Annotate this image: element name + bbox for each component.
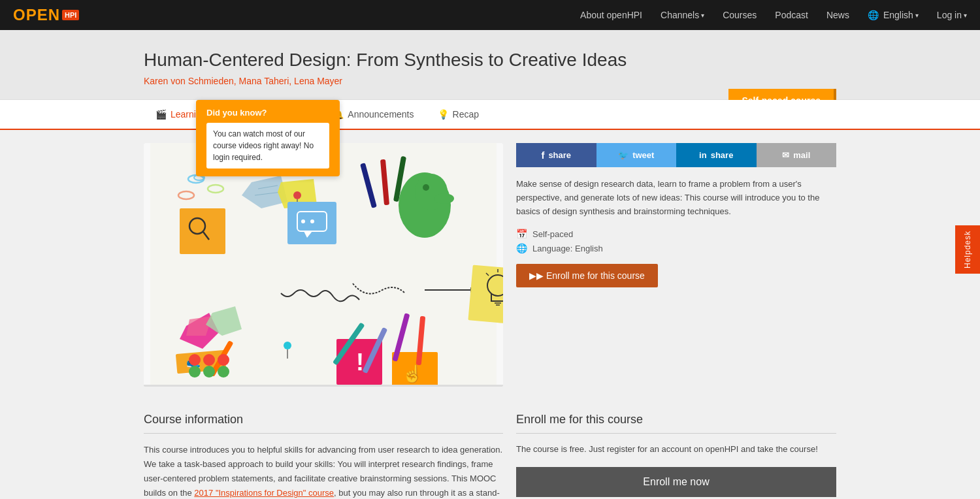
enroll-description: The course is free. Just register for an…: [516, 443, 836, 457]
share-mail-button[interactable]: ✉ mail: [757, 143, 837, 167]
nav-menu: About openHPI Channels ▾ Courses Podcast…: [580, 10, 967, 20]
brand-hpi-text: HPI: [62, 10, 79, 20]
self-paced-meta: 📅 Self-paced: [516, 229, 836, 239]
nav-podcast[interactable]: Podcast: [775, 10, 808, 20]
helpdesk-tab[interactable]: Helpdesk: [955, 225, 980, 274]
svg-point-43: [218, 366, 229, 378]
linkedin-icon: in: [699, 150, 707, 160]
tooltip-body: You can watch most of our course videos …: [206, 123, 329, 169]
nav-channels[interactable]: Channels ▾: [661, 10, 704, 20]
facebook-icon: f: [541, 150, 544, 161]
svg-point-22: [434, 193, 454, 204]
svg-point-12: [293, 191, 301, 199]
svg-text:☝: ☝: [402, 363, 423, 384]
brand-open-text: OPEN: [13, 6, 60, 24]
nav-courses[interactable]: Courses: [723, 10, 757, 20]
share-twitter-button[interactable]: 🐦 tweet: [596, 143, 677, 167]
svg-point-41: [189, 366, 201, 378]
globe-icon: 🌐: [868, 10, 879, 20]
nav-language[interactable]: 🌐 English ▾: [868, 10, 919, 20]
course-image: 👟: [144, 143, 503, 387]
recap-icon: 💡: [438, 109, 449, 120]
course-meta: 📅 Self-paced 🌐 Language: English: [516, 229, 836, 253]
twitter-icon: 🐦: [618, 150, 629, 160]
share-facebook-button[interactable]: f share: [516, 143, 596, 167]
header-area: Human-Centered Design: From Synthesis to…: [0, 30, 980, 100]
main-content: 👟: [0, 130, 980, 499]
enroll-section: Enroll me for this course The course is …: [516, 413, 836, 499]
bottom-section: Course information This course introduce…: [144, 413, 836, 499]
course-info-section: Course information This course introduce…: [144, 413, 503, 499]
language-dropdown-arrow: ▾: [915, 12, 919, 19]
nav-news[interactable]: News: [826, 10, 849, 20]
share-buttons: f share 🐦 tweet in share ✉ mail: [516, 143, 836, 167]
svg-point-21: [423, 184, 429, 191]
svg-point-17: [301, 219, 305, 223]
brand[interactable]: OPEN HPI: [13, 6, 79, 24]
svg-point-44: [189, 354, 201, 366]
course-info-text: This course introduces you to helpful sk…: [144, 443, 503, 499]
inspirations-link[interactable]: 2017 "Inspirations for Design" course: [194, 488, 334, 498]
language-meta: 🌐 Language: English: [516, 243, 836, 253]
enroll-now-button[interactable]: Enroll me now: [516, 467, 836, 497]
channels-dropdown-arrow: ▾: [701, 12, 704, 19]
helpdesk-wrapper[interactable]: Helpdesk: [955, 225, 980, 274]
svg-text:!: !: [356, 349, 364, 376]
enroll-heading: Enroll me for this course: [516, 413, 836, 434]
right-panel: f share 🐦 tweet in share ✉ mail Make sen…: [516, 143, 836, 387]
learnings-icon: 🎬: [155, 109, 167, 120]
svg-point-46: [218, 354, 229, 366]
tab-recap[interactable]: 💡 Recap: [426, 100, 491, 130]
share-linkedin-button[interactable]: in share: [676, 143, 757, 167]
navbar: OPEN HPI About openHPI Channels ▾ Course…: [0, 0, 980, 30]
login-dropdown-arrow: ▾: [964, 12, 967, 19]
tooltip-popup: Did you know? You can watch most of our …: [196, 100, 340, 176]
svg-point-20: [415, 174, 448, 210]
language-icon: 🌐: [516, 243, 527, 253]
page-authors: Karen von Schmieden, Mana Taheri, Lena M…: [144, 76, 836, 86]
svg-point-45: [203, 354, 215, 366]
mail-icon: ✉: [782, 150, 789, 160]
svg-rect-34: [468, 265, 503, 325]
enroll-course-button[interactable]: ▶▶ Enroll me for this course: [516, 264, 658, 287]
tooltip-title: Did you know?: [206, 108, 329, 118]
svg-point-51: [284, 342, 291, 349]
course-description: Make sense of design research data, lear…: [516, 178, 836, 218]
tabs-bar: 🎬 Learnings 📋 Course Details 🔔 Announcem…: [0, 100, 980, 130]
svg-point-18: [310, 219, 314, 223]
svg-point-42: [203, 366, 215, 378]
content-grid: 👟: [144, 143, 836, 387]
course-info-heading: Course information: [144, 413, 503, 434]
nav-about[interactable]: About openHPI: [580, 10, 642, 20]
nav-login[interactable]: Log in ▾: [937, 10, 967, 20]
calendar-icon: 📅: [516, 229, 527, 239]
page-title: Human-Centered Design: From Synthesis to…: [144, 50, 836, 71]
